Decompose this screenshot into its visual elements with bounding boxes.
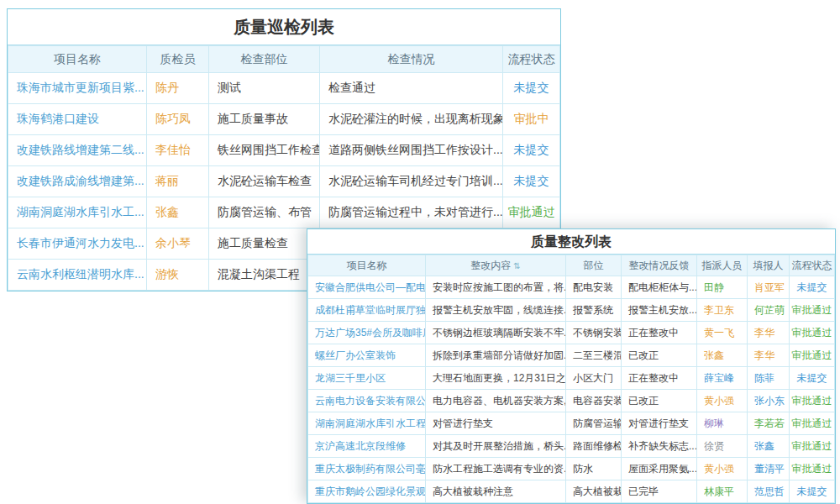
assignee-cell: 李卫东: [697, 299, 748, 322]
feedback-cell: 屋面采用聚氨...: [622, 458, 697, 480]
table-row: 京沪高速北京段维修 对其及时开展整治措施，桥头... 路面维修检... 补齐缺失…: [308, 435, 835, 458]
content-cell: 不锈钢边框玻璃隔断安装不牢...: [426, 322, 566, 344]
table-row: 湖南洞庭湖水库引水工... 张鑫 防腐管运输、布管 防腐管运输过程中，未对管进行…: [8, 197, 560, 228]
col-header-content[interactable]: 整改内容⇅: [426, 255, 566, 276]
project-link[interactable]: 湖南洞庭湖水库引水工...: [8, 197, 147, 228]
project-link[interactable]: 成都杜甫草堂临时展厅独立展...: [308, 299, 426, 322]
status-cell: 审批中: [503, 104, 560, 135]
status-cell: 未提交: [790, 367, 835, 390]
col-header-part: 检查部位: [209, 46, 320, 73]
feedback-cell: 补齐缺失标志...: [622, 435, 697, 458]
table-row: 重庆太极制药有限公司毫州中... 防水工程施工选调有专业的资... 防水 屋面采…: [308, 458, 835, 480]
reporter-cell: 李若若: [748, 412, 790, 435]
part-cell: 防水: [566, 458, 622, 480]
table-row: 成都杜甫草堂临时展厅独立展... 报警主机安放牢固，线缆连接... 报警系统 报…: [308, 299, 835, 322]
project-link[interactable]: 云南水利枢纽潜明水库...: [8, 260, 147, 291]
part-cell: 配电安装: [566, 276, 622, 299]
inspector-cell: 李佳怡: [147, 135, 209, 166]
part-cell: 水泥砼运输车检查: [209, 166, 320, 197]
content-cell: 大理石地面更换，12月31日之...: [426, 367, 566, 390]
content-cell: 拆除到承重墙部分请做好加固...: [426, 344, 566, 367]
part-cell: 混凝土沟渠工程: [209, 260, 320, 291]
situation-cell: 水泥砼运输车司机经过专门培训...: [320, 166, 503, 197]
project-link[interactable]: 万达广场35#会所及咖啡厅空...: [308, 322, 426, 344]
reporter-cell: 张鑫: [748, 435, 790, 458]
part-cell: 二至三楼混...: [566, 344, 622, 367]
col-header-assignee: 指派人员: [697, 255, 748, 276]
table-row: 改建铁路线增建第二线... 李佳怡 铁丝网围挡工作检查 道路两侧铁丝网围挡工作按…: [8, 135, 560, 166]
project-link[interactable]: 龙湖三千里小区: [308, 367, 426, 390]
content-cell: 报警主机安放牢固，线缆连接...: [426, 299, 566, 322]
project-link[interactable]: 长春市伊通河水力发电...: [8, 228, 147, 260]
reporter-cell: 陈菲: [748, 367, 790, 390]
content-cell: 防水工程施工选调有专业的资...: [426, 458, 566, 480]
reporter-cell: 李华: [748, 344, 790, 367]
table-row: 万达广场35#会所及咖啡厅空... 不锈钢边框玻璃隔断安装不牢... 不锈钢安装…: [308, 322, 835, 344]
col-header-status: 流程状态: [503, 46, 560, 73]
situation-cell: 检查通过: [320, 73, 503, 104]
project-link[interactable]: 改建铁路线增建第二线...: [8, 135, 147, 166]
part-cell: 不锈钢安装...: [566, 322, 622, 344]
inspector-cell: 张鑫: [147, 197, 209, 228]
project-link[interactable]: 改建铁路成渝线增建第...: [8, 166, 147, 197]
col-header-situation: 检查情况: [320, 46, 503, 73]
assignee-cell: 柳琳: [697, 412, 748, 435]
inspection-header-row: 项目名称 质检员 检查部位 检查情况 流程状态: [8, 46, 560, 73]
status-cell: 审批通过: [790, 322, 835, 344]
table-row: 重庆市鹅岭公园绿化景观提升... 高大植被栽种注意 高大植被栽种 已完毕 林康平…: [308, 480, 835, 503]
project-link[interactable]: 京沪高速北京段维修: [308, 435, 426, 458]
assignee-cell: 黄一飞: [697, 322, 748, 344]
content-cell: 对管进行垫支: [426, 412, 566, 435]
reporter-cell: 范思哲: [748, 480, 790, 503]
project-link[interactable]: 重庆市鹅岭公园绿化景观提升...: [308, 480, 426, 503]
assignee-cell: 薛宝峰: [697, 367, 748, 390]
content-cell: 高大植被栽种注意: [426, 480, 566, 503]
feedback-cell: 已改正: [622, 390, 697, 412]
content-cell: 对其及时开展整治措施，桥头...: [426, 435, 566, 458]
status-cell: 审批通过: [790, 435, 835, 458]
inspector-cell: 余小琴: [147, 228, 209, 260]
rectification-table: 项目名称 整改内容⇅ 部位 整改情况反馈 指派人员 填报人 流程状态 安徽合肥供…: [307, 255, 835, 503]
table-row: 螺丝厂办公室装饰 拆除到承重墙部分请做好加固... 二至三楼混... 已改正 张…: [308, 344, 835, 367]
col-header-reporter: 填报人: [748, 255, 790, 276]
project-link[interactable]: 湖南洞庭湖水库引水工程施工I标: [308, 412, 426, 435]
reporter-cell: 何芷萌: [748, 299, 790, 322]
col-header-inspector: 质检员: [147, 46, 209, 73]
reporter-cell: 董清平: [748, 458, 790, 480]
part-cell: 测试: [209, 73, 320, 104]
status-cell: 审批通过: [790, 344, 835, 367]
project-link[interactable]: 安徽合肥供电公司—配电设备...: [308, 276, 426, 299]
part-cell: 报警系统: [566, 299, 622, 322]
inspection-list-title: 质量巡检列表: [8, 9, 560, 45]
part-cell: 防腐管运输、布管: [209, 197, 320, 228]
project-link[interactable]: 云南电力设备安装有限公司20...: [308, 390, 426, 412]
sort-icon[interactable]: ⇅: [513, 261, 520, 270]
status-cell: 审批通过: [503, 197, 560, 228]
status-cell: 审批通过: [790, 458, 835, 480]
status-cell: 审批通过: [790, 390, 835, 412]
project-link[interactable]: 螺丝厂办公室装饰: [308, 344, 426, 367]
assignee-cell: 林康平: [697, 480, 748, 503]
feedback-cell: 已改正: [622, 344, 697, 367]
reporter-cell: 肖亚军: [748, 276, 790, 299]
inspector-cell: 陈丹: [147, 73, 209, 104]
project-link[interactable]: 重庆太极制药有限公司毫州中...: [308, 458, 426, 480]
content-cell: 电力电容器、电机器安装方案,...: [426, 390, 566, 412]
assignee-cell: 张鑫: [697, 344, 748, 367]
situation-cell: 防腐管运输过程中，未对管进行...: [320, 197, 503, 228]
project-link[interactable]: 珠海市城市更新项目紫...: [8, 73, 147, 104]
feedback-cell: 对管进行垫支: [622, 412, 697, 435]
status-cell: 未提交: [503, 73, 560, 104]
status-cell: 审批通过: [790, 299, 835, 322]
col-header-project: 项目名称: [8, 46, 147, 73]
inspector-cell: 游恢: [147, 260, 209, 291]
feedback-cell: 正在整改中: [622, 367, 697, 390]
rectification-list-panel: 质量整改列表 项目名称 整改内容⇅ 部位 整改情况反馈 指派人员 填报人 流程状…: [307, 228, 836, 504]
col-header-status: 流程状态: [790, 255, 835, 276]
table-row: 龙湖三千里小区 大理石地面更换，12月31日之... 小区大门 正在整改中 薛宝…: [308, 367, 835, 390]
feedback-cell: 配电柜柜体与...: [622, 276, 697, 299]
table-row: 珠海市城市更新项目紫... 陈丹 测试 检查通过 未提交: [8, 73, 560, 104]
project-link[interactable]: 珠海鹤港口建设: [8, 104, 147, 135]
part-cell: 路面维修检...: [566, 435, 622, 458]
part-cell: 铁丝网围挡工作检查: [209, 135, 320, 166]
